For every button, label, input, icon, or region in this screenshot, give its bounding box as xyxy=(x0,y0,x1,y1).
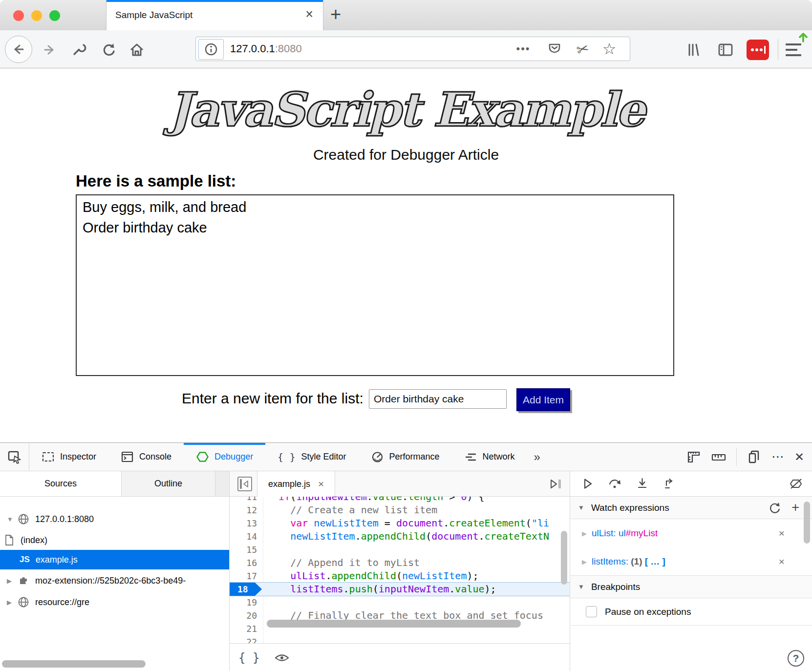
tab-network[interactable]: Network xyxy=(452,443,527,471)
chevron-right-icon[interactable]: ▶ xyxy=(7,599,14,606)
screenshot-button[interactable]: ✂ xyxy=(573,37,593,61)
collapse-sources-panel-button[interactable] xyxy=(236,476,253,492)
deactivate-breakpoints-button[interactable] xyxy=(789,477,803,490)
close-window-button[interactable] xyxy=(13,10,24,21)
tree-item-label: (index) xyxy=(21,535,47,545)
responsive-mode-icon[interactable] xyxy=(747,449,762,464)
tab-outline[interactable]: Outline xyxy=(121,471,215,496)
chevron-down-icon[interactable]: ▼ xyxy=(578,583,584,590)
step-out-button[interactable] xyxy=(662,477,676,490)
tab-label: Inspector xyxy=(60,452,96,462)
code-line[interactable]: 14 newListItem.appendChild(document.crea… xyxy=(230,530,570,543)
chevron-right-icon[interactable]: ▶ xyxy=(7,577,14,585)
watch-expression-ullist[interactable]: ▶ ulList: ul#myList × xyxy=(570,519,812,547)
tab-inspector[interactable]: Inspector xyxy=(29,443,108,471)
code-view[interactable]: 11 if(inputNewItem.value.length > 0) { 1… xyxy=(230,497,570,643)
section-title: Breakpoints xyxy=(591,582,640,592)
browser-tab[interactable]: Sample JavaScript × xyxy=(106,0,323,30)
minimize-window-button[interactable] xyxy=(31,10,42,21)
corner-ruler-icon[interactable] xyxy=(686,450,701,464)
menu-button[interactable] xyxy=(786,43,801,60)
site-identity-box[interactable] xyxy=(198,39,224,60)
sources-horizontal-scrollbar[interactable] xyxy=(2,660,146,668)
chevron-right-icon[interactable]: ▶ xyxy=(582,530,587,537)
step-in-button[interactable] xyxy=(636,477,649,490)
code-line[interactable]: 13 var newListItem = document.createElem… xyxy=(230,517,570,530)
chevron-right-icon[interactable]: ▶ xyxy=(582,558,587,566)
refresh-watch-icon[interactable] xyxy=(769,502,781,514)
code-line[interactable]: 17 ulList.appendChild(newListItem); xyxy=(230,569,570,583)
ruler-icon[interactable] xyxy=(711,450,727,464)
step-over-button[interactable] xyxy=(608,477,622,490)
tree-item-resource-gre[interactable]: ▶ resource://gre xyxy=(0,592,229,612)
tree-item-host[interactable]: ▼ 127.0.0.1:8080 xyxy=(0,509,229,529)
editor-vertical-scrollbar[interactable] xyxy=(561,531,567,585)
header-spacer xyxy=(215,471,229,496)
bookmark-button[interactable]: ☆ xyxy=(599,37,619,61)
remove-watch-icon[interactable]: × xyxy=(779,527,785,539)
library-button[interactable] xyxy=(686,42,703,58)
watch-expressions-header[interactable]: ▼ Watch expressions + xyxy=(570,497,812,519)
reload-button[interactable] xyxy=(101,42,116,58)
add-item-button[interactable]: Add Item xyxy=(516,388,570,411)
code-line[interactable]: 22 xyxy=(230,635,570,643)
reload-icon xyxy=(101,42,116,58)
tree-item-index[interactable]: (index) xyxy=(0,530,229,550)
meatball-menu-icon[interactable]: ⋯ xyxy=(771,449,785,464)
code-line-paused[interactable]: 18 listItems.push(inputNewItem.value); xyxy=(230,583,570,596)
tab-debugger[interactable]: Debugger xyxy=(184,443,265,471)
debugger-icon xyxy=(196,450,209,463)
blackbox-eye-icon[interactable] xyxy=(274,652,290,664)
editor-tab-examplejs[interactable]: example.js × xyxy=(257,471,335,497)
developer-tools-button[interactable] xyxy=(71,42,87,58)
tree-item-examplejs[interactable]: JS example.js xyxy=(0,550,229,569)
tab-style-editor[interactable]: { } Style Editor xyxy=(265,443,358,471)
home-button[interactable] xyxy=(129,42,145,58)
sidebar-button[interactable] xyxy=(717,42,734,58)
more-tabs-button[interactable]: » xyxy=(527,443,547,471)
chevron-down-icon[interactable]: ▼ xyxy=(7,516,14,523)
forward-button[interactable] xyxy=(42,42,57,57)
tab-sources[interactable]: Sources xyxy=(0,471,121,496)
url-bar[interactable]: 127.0.0.1:8080 ••• ✂ ☆ xyxy=(195,37,630,61)
pocket-icon xyxy=(547,42,562,56)
page-actions-button[interactable]: ••• xyxy=(513,37,533,61)
pretty-print-button[interactable]: { } xyxy=(238,651,259,665)
editor-horizontal-scrollbar[interactable] xyxy=(267,620,521,628)
help-button[interactable]: ? xyxy=(788,650,804,667)
tab-console[interactable]: Console xyxy=(108,443,184,471)
tab-label: Style Editor xyxy=(301,452,346,462)
expand-panes-button[interactable] xyxy=(548,478,563,490)
watch-expression-listitems[interactable]: ▶ listItems: (1) [ … ] × xyxy=(570,547,812,576)
new-tab-button[interactable]: + xyxy=(330,4,341,25)
password-manager-extension-button[interactable] xyxy=(747,40,769,60)
close-devtools-icon[interactable]: ✕ xyxy=(794,450,804,464)
chevron-down-icon[interactable]: ▼ xyxy=(578,504,584,511)
pick-element-button[interactable] xyxy=(0,443,29,471)
close-editor-tab-icon[interactable]: × xyxy=(318,478,324,490)
code-line[interactable]: 12 // Create a new list item xyxy=(230,503,570,517)
code-line[interactable]: 19 xyxy=(230,596,570,609)
breakpoints-header[interactable]: ▼ Breakpoints xyxy=(570,576,812,598)
tree-item-moz-extension[interactable]: ▶ moz-extension://525b202c-6bc3-be49- xyxy=(0,571,229,590)
tab-performance[interactable]: Performance xyxy=(359,443,452,471)
library-icon xyxy=(686,42,703,58)
zoom-window-button[interactable] xyxy=(49,10,60,21)
right-panel-scrollbar[interactable] xyxy=(804,502,810,544)
resume-button[interactable] xyxy=(581,477,594,490)
code-line[interactable]: 16 // Append it to myList xyxy=(230,556,570,569)
add-watch-icon[interactable]: + xyxy=(791,500,799,515)
new-item-label: Enter a new item for the list: xyxy=(182,390,363,407)
pocket-button[interactable] xyxy=(545,37,564,61)
devtools-toolbar: Inspector Console Debugger { } Style Edi… xyxy=(0,443,812,471)
back-button[interactable] xyxy=(5,36,32,63)
pause-on-exceptions-checkbox[interactable] xyxy=(586,606,597,617)
url-text[interactable]: 127.0.0.1:8080 xyxy=(230,37,302,61)
code-line[interactable]: 15 xyxy=(230,543,570,556)
watch-name: listItems: xyxy=(592,556,631,566)
close-tab-icon[interactable]: × xyxy=(305,7,313,22)
code-line[interactable]: 11 if(inputNewItem.value.length > 0) { xyxy=(230,497,570,503)
new-item-input[interactable] xyxy=(369,389,507,409)
remove-watch-icon[interactable]: × xyxy=(779,556,785,567)
pause-on-exceptions-row[interactable]: Pause on exceptions xyxy=(570,598,812,626)
